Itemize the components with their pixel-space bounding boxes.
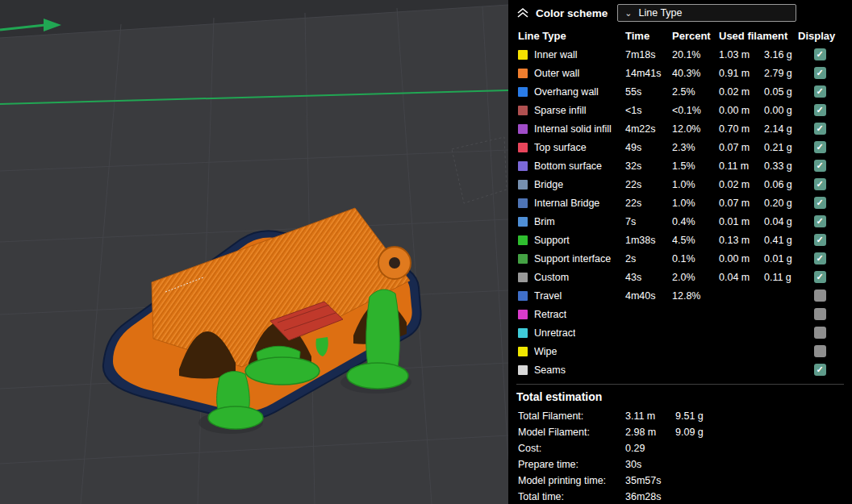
used-filament-meters: 1.03 m [719,49,764,60]
line-type-color-swatch [518,198,528,208]
chevron-down-icon: ⌄ [624,9,632,18]
table-row: Retract [518,305,852,323]
total-row: Prepare time: 30s [518,456,852,473]
time-value: 4m22s [625,123,672,135]
used-filament-grams: 0.20 g [764,198,798,209]
line-type-color-swatch [518,161,528,171]
used-filament-grams: 3.16 g [764,49,798,60]
line-type-color-swatch [518,310,528,319]
viewport-canvas[interactable] [0,0,508,504]
total-value-1: 2.98 m [625,427,675,438]
line-type-color-swatch [518,273,528,282]
display-checkbox[interactable]: ✓ [814,160,826,172]
slicer-preview-window: Color scheme ⌄ Line Type Line Type Time … [0,0,852,504]
display-checkbox[interactable]: ✓ [814,123,826,135]
total-value-1: 36m28s [625,491,675,502]
column-header-time: Time [625,30,672,42]
used-filament-grams: 0.01 g [764,253,798,264]
display-checkbox[interactable] [814,345,826,357]
total-row: Model printing time: 35m57s [518,473,852,489]
used-filament-grams: 0.05 g [764,86,798,98]
percent-value: 40.3% [672,68,719,79]
display-checkbox[interactable]: ✓ [814,234,826,246]
line-type-label: Seams [534,364,566,376]
line-type-label: Bottom surface [534,160,602,172]
line-type-color-swatch [518,347,528,356]
view-mode-dropdown[interactable]: ⌄ Line Type [617,4,796,22]
total-value-1: 0.29 [625,443,675,454]
time-value: <1s [625,105,672,116]
used-filament-grams: 0.00 g [764,105,798,116]
display-checkbox[interactable] [814,327,826,339]
line-type-color-swatch [518,50,528,60]
column-header-display: Display [798,30,842,42]
display-checkbox[interactable]: ✓ [814,85,826,98]
display-checkbox[interactable]: ✓ [814,48,826,60]
total-label: Model printing time: [518,475,625,486]
total-label: Total time: [518,491,625,502]
line-type-label: Internal solid infill [534,123,612,135]
percent-value: 1.0% [672,179,719,190]
used-filament-meters: 0.91 m [719,68,764,79]
line-type-label: Custom [534,272,569,283]
display-checkbox[interactable]: ✓ [814,252,826,264]
column-header-used-filament: Used filament [719,30,798,42]
line-type-label: Travel [534,290,562,302]
table-row: Travel 4m40s 12.8% [518,286,852,305]
line-type-label: Support [534,235,570,246]
display-checkbox[interactable]: ✓ [814,215,826,227]
time-value: 14m41s [625,68,672,79]
time-value: 49s [625,142,672,153]
display-checkbox[interactable]: ✓ [814,67,826,79]
table-row: Inner wall 7m18s 20.1% 1.03 m 3.16 g ✓ [518,45,852,64]
display-checkbox[interactable] [814,289,826,302]
display-checkbox[interactable] [814,308,826,320]
used-filament-meters: 0.70 m [719,123,764,135]
percent-value: 0.4% [672,216,719,227]
display-checkbox[interactable]: ✓ [814,271,826,283]
dropdown-selected-value: Line Type [639,7,683,19]
time-value: 7m18s [625,49,672,60]
percent-value: 1.0% [672,198,719,209]
line-type-label: Support interface [534,253,611,264]
percent-value: 12.0% [672,123,719,135]
table-row: Bottom surface 32s 1.5% 0.11 m 0.33 g ✓ [518,156,852,175]
table-header: Line Type Time Percent Used filament Dis… [508,26,852,45]
panel-header: Color scheme ⌄ Line Type [508,0,852,26]
used-filament-meters: 0.00 m [719,253,764,264]
line-type-color-swatch [518,106,528,115]
totals-title: Total estimation [508,385,852,408]
time-value: 4m40s [625,290,672,302]
time-value: 43s [625,272,672,283]
time-value: 2s [625,253,672,264]
line-type-rows: Inner wall 7m18s 20.1% 1.03 m 3.16 g ✓ O… [508,45,852,379]
percent-value: 4.5% [672,235,719,246]
total-label: Model Filament: [518,427,625,438]
display-checkbox[interactable]: ✓ [814,141,826,153]
display-checkbox[interactable]: ✓ [814,104,826,116]
used-filament-meters: 0.11 m [719,160,764,172]
used-filament-meters: 0.01 m [719,216,764,227]
line-type-color-swatch [518,180,528,190]
table-row: Custom 43s 2.0% 0.04 m 0.11 g ✓ [518,268,852,286]
table-row: Support interface 2s 0.1% 0.00 m 0.01 g … [518,249,852,268]
table-row: Brim 7s 0.4% 0.01 m 0.04 g ✓ [518,212,852,231]
percent-value: 12.8% [672,290,719,302]
table-row: Wipe [518,342,852,360]
display-checkbox[interactable]: ✓ [814,178,826,190]
line-type-color-swatch [518,217,528,227]
viewport-3d[interactable] [0,0,508,504]
line-type-color-swatch [518,143,528,152]
table-row: Internal Bridge 22s 1.0% 0.07 m 0.20 g ✓ [518,194,852,212]
used-filament-grams: 2.14 g [764,123,798,135]
total-value-2: 9.51 g [675,410,852,422]
display-checkbox[interactable]: ✓ [814,364,826,376]
line-type-label: Internal Bridge [534,198,599,209]
line-type-color-swatch [518,124,528,134]
chevron-double-up-icon[interactable] [516,7,529,19]
line-type-label: Top surface [534,142,587,153]
used-filament-grams: 2.79 g [764,68,798,79]
table-row: Internal solid infill 4m22s 12.0% 0.70 m… [518,119,852,138]
display-checkbox[interactable]: ✓ [814,197,826,209]
total-row: Total time: 36m28s [518,489,852,504]
